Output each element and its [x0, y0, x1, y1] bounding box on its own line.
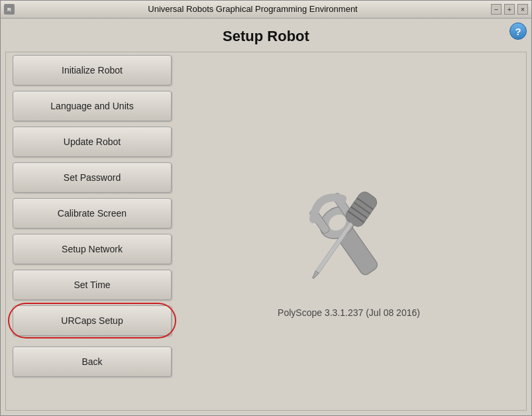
tools-icon	[276, 154, 422, 299]
sidebar: Initialize RobotLanguage and UnitsUpdate…	[13, 55, 172, 403]
right-panel: PolyScope 3.3.1.237 (Jul 08 2016)	[178, 55, 519, 403]
svg-marker-13	[311, 271, 319, 279]
window-controls: − + ×	[491, 4, 528, 15]
sidebar-btn-set-time[interactable]: Set Time	[13, 270, 172, 300]
version-text: PolyScope 3.3.1.237 (Jul 08 2016)	[278, 307, 420, 318]
sidebar-btn-update-robot[interactable]: Update Robot	[13, 127, 172, 157]
close-button[interactable]: ×	[517, 4, 528, 15]
svg-text:R: R	[7, 7, 11, 13]
sidebar-btn-calibrate-screen[interactable]: Calibrate Screen	[13, 198, 172, 229]
help-button[interactable]: ?	[509, 23, 527, 40]
titlebar: R Universal Robots Graphical Programming…	[0, 0, 532, 19]
sidebar-btn-urcaps-setup[interactable]: URCaps Setup	[13, 305, 172, 336]
maximize-button[interactable]: +	[504, 4, 515, 15]
content-border: Initialize RobotLanguage and UnitsUpdate…	[5, 52, 527, 411]
content-area: Initialize RobotLanguage and UnitsUpdate…	[6, 52, 526, 410]
sidebar-btn-set-password[interactable]: Set Password	[13, 162, 172, 193]
sidebar-btn-setup-network[interactable]: Setup Network	[13, 234, 172, 264]
main-area: Setup Robot Initialize RobotLanguage and…	[0, 19, 532, 416]
window-title: Universal Robots Graphical Programming E…	[15, 4, 491, 14]
app-icon: R	[4, 4, 15, 15]
page-title: Setup Robot	[0, 19, 532, 52]
sidebar-btn-initialize-robot[interactable]: Initialize Robot	[13, 55, 172, 85]
back-button[interactable]: Back	[13, 346, 172, 377]
minimize-button[interactable]: −	[491, 4, 502, 15]
sidebar-btn-language-units[interactable]: Language and Units	[13, 91, 172, 121]
